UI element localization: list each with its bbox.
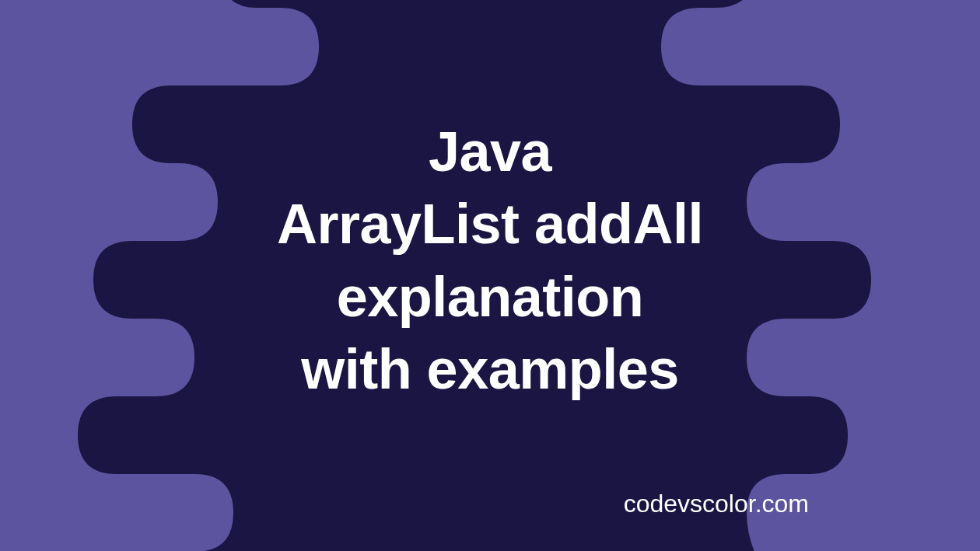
title-line-1: Java xyxy=(277,116,703,189)
title-line-2: ArrayList addAll xyxy=(277,188,703,261)
title-line-4: with examples xyxy=(277,333,703,406)
watermark-text: codevscolor.com xyxy=(624,490,809,518)
title-container: Java ArrayList addAll explanation with e… xyxy=(277,116,703,406)
title-line-3: explanation xyxy=(277,261,703,334)
